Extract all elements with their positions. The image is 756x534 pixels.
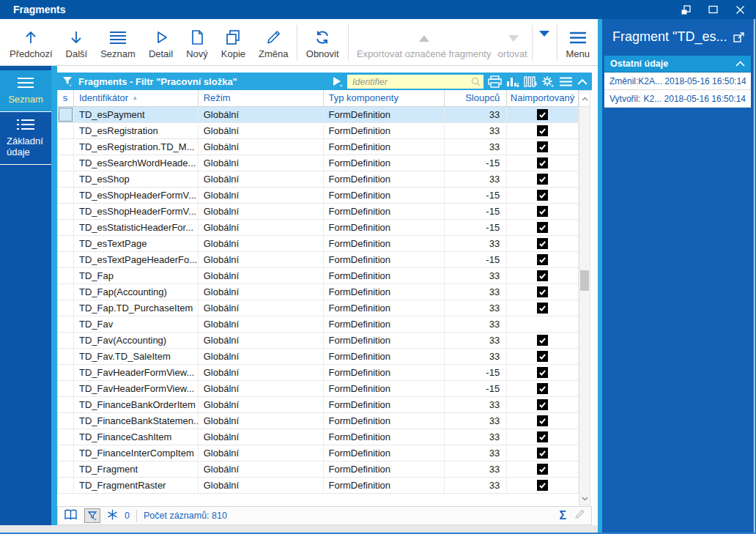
column-header-rezim[interactable]: Režim <box>199 90 324 106</box>
cell-naimportovany <box>507 188 579 203</box>
row-select-cell[interactable] <box>58 461 74 477</box>
scroll-down-button[interactable] <box>579 493 590 505</box>
row-select-cell[interactable] <box>58 204 74 219</box>
row-select-cell[interactable] <box>58 381 74 396</box>
settings-gear-icon[interactable] <box>541 74 555 89</box>
table-row[interactable]: TD_FinanceBankStatemen...GlobálníFormDef… <box>58 413 579 429</box>
table-row[interactable]: TD_Fap(Accounting)GlobálníFormDefinition… <box>58 284 579 300</box>
scroll-up-button[interactable] <box>579 91 590 107</box>
identifier-search-input[interactable] <box>347 75 483 89</box>
table-row[interactable]: TD_FapGlobálníFormDefinition33 <box>58 268 579 284</box>
detail-view-button[interactable]: Detail <box>142 22 179 64</box>
list-view-button[interactable]: Seznam <box>94 22 142 64</box>
row-select-cell[interactable] <box>58 365 74 380</box>
table-row[interactable]: TD_FinanceInterCompItemGlobálníFormDefin… <box>58 445 579 461</box>
import-selected-button[interactable]: Importovat ozn <box>497 22 529 64</box>
row-select-cell[interactable] <box>58 155 74 171</box>
row-select-cell[interactable] <box>58 107 74 122</box>
maximize-window-button[interactable] <box>707 4 719 15</box>
row-select-cell[interactable] <box>58 139 74 155</box>
row-select-cell[interactable] <box>58 188 74 203</box>
restore-window-button[interactable] <box>680 4 692 15</box>
previous-button[interactable]: Předchozí <box>3 22 59 64</box>
row-select-cell[interactable] <box>58 284 74 300</box>
column-header-sloupcu[interactable]: Sloupců <box>445 90 507 106</box>
cell-sloupcu: 33 <box>445 171 507 187</box>
book-view-icon[interactable] <box>64 509 78 523</box>
menu-button[interactable]: Menu <box>559 22 596 64</box>
table-row[interactable]: TD_esPaymentGlobálníFormDefinition33 <box>58 107 579 123</box>
table-row[interactable]: TD_FavGlobálníFormDefinition33 <box>58 316 579 333</box>
cell-naimportovany <box>507 204 579 219</box>
sidebar-item-seznam[interactable]: Seznam <box>0 70 51 111</box>
row-select-cell[interactable] <box>58 300 74 316</box>
table-row[interactable]: TD_esShopGlobálníFormDefinition33 <box>58 171 579 188</box>
new-record-button[interactable]: Nový <box>179 22 215 64</box>
export-selected-button[interactable]: Exportovat označené fragmenty <box>350 22 498 64</box>
table-row[interactable]: TD_Fav(Accounting)GlobálníFormDefinition… <box>58 333 579 349</box>
table-row[interactable]: TD_FragmentGlobálníFormDefinition33 <box>58 461 579 478</box>
sidebar-item-zakladni-udaje[interactable]: Základní údaje <box>0 111 51 165</box>
chart-icon[interactable] <box>506 74 519 89</box>
row-select-cell[interactable] <box>58 349 74 364</box>
row-select-cell[interactable] <box>58 268 74 283</box>
checkbox-checked-icon <box>537 303 548 314</box>
column-header-naimportovany[interactable]: Naimportovaný <box>507 90 579 106</box>
open-external-icon[interactable] <box>733 31 745 46</box>
table-row[interactable]: TD_esRegistration.TD_M...GlobálníFormDef… <box>58 139 579 155</box>
row-select-cell[interactable] <box>58 445 74 461</box>
close-window-button[interactable] <box>734 4 746 15</box>
freeze-snowflake-icon[interactable] <box>107 509 118 523</box>
row-select-cell[interactable] <box>58 236 74 251</box>
row-select-cell[interactable] <box>58 220 74 235</box>
column-header-typ-komponenty[interactable]: Typ komponenty <box>324 90 445 106</box>
table-row[interactable]: TD_esStatisticHeaderFor...GlobálníFormDe… <box>58 220 579 236</box>
table-row[interactable]: TD_esTextPageGlobálníFormDefinition33 <box>58 236 579 252</box>
row-select-cell[interactable] <box>58 397 74 412</box>
table-row[interactable]: TD_esRegistrationGlobálníFormDefinition3… <box>58 123 579 139</box>
run-filter-play-icon[interactable] <box>331 74 343 89</box>
collapse-chevron-up-icon[interactable] <box>577 74 588 89</box>
panel-menu-icon[interactable] <box>559 74 573 89</box>
cell-typ-komponenty: FormDefinition <box>324 429 445 445</box>
table-row[interactable]: TD_esShopHeaderFormV...GlobálníFormDefin… <box>58 204 579 220</box>
column-header-identifikator[interactable]: Identifikátor▲ <box>74 90 199 106</box>
column-header-s[interactable]: s <box>58 90 74 106</box>
copy-record-button[interactable]: Kopie <box>215 22 252 64</box>
pencil-icon <box>264 27 282 46</box>
cell-rezim: Globální <box>199 397 324 412</box>
change-record-button[interactable]: Změna <box>252 22 294 64</box>
row-select-cell[interactable] <box>58 171 74 187</box>
section-header[interactable]: Ostatní údaje <box>604 56 751 73</box>
row-select-cell[interactable] <box>58 413 74 429</box>
table-row[interactable]: TD_FavHeaderFormView...GlobálníFormDefin… <box>58 381 579 397</box>
table-row[interactable]: TD_Fap.TD_PurchaseItemGlobálníFormDefini… <box>58 300 579 316</box>
table-row[interactable]: TD_FragmentRasterGlobálníFormDefinition3… <box>58 478 579 494</box>
table-row[interactable]: TD_FinanceCashItemGlobálníFormDefinition… <box>58 429 579 445</box>
table-row[interactable]: TD_FinanceBankOrderItemGlobálníFormDefin… <box>58 397 579 413</box>
table-row[interactable]: TD_FavHeaderFormView...GlobálníFormDefin… <box>58 365 579 381</box>
toolbar-overflow-dropdown-button[interactable] <box>534 22 555 64</box>
sum-sigma-icon[interactable]: Σ <box>559 509 566 522</box>
cell-naimportovany <box>507 139 579 155</box>
row-select-cell[interactable] <box>58 316 74 332</box>
print-icon[interactable] <box>488 74 502 89</box>
columns-icon[interactable] <box>524 74 537 89</box>
table-row[interactable]: TD_esTextPageHeaderFo...GlobálníFormDefi… <box>58 252 579 268</box>
refresh-button[interactable]: Obnovit <box>300 22 346 64</box>
vertical-scrollbar[interactable] <box>579 90 590 505</box>
table-row[interactable]: TD_esShopHeaderFormV...GlobálníFormDefin… <box>58 188 579 204</box>
row-select-cell[interactable] <box>58 123 74 138</box>
scrollbar-thumb[interactable] <box>580 270 589 291</box>
row-select-cell[interactable] <box>58 478 74 493</box>
table-row[interactable]: TD_esSearchWordHeade...GlobálníFormDefin… <box>58 155 579 171</box>
row-select-cell[interactable] <box>58 252 74 267</box>
table-row[interactable]: TD_Fav.TD_SaleItemGlobálníFormDefinition… <box>58 349 579 365</box>
checkbox-checked-icon <box>537 109 548 120</box>
filter-funnel-icon[interactable] <box>62 74 74 89</box>
row-select-cell[interactable] <box>58 429 74 445</box>
filter-toggle-button[interactable] <box>84 508 100 523</box>
next-button[interactable]: Další <box>59 22 94 64</box>
row-select-cell[interactable] <box>58 333 74 348</box>
collapse-chevron-up-icon[interactable] <box>735 59 745 69</box>
